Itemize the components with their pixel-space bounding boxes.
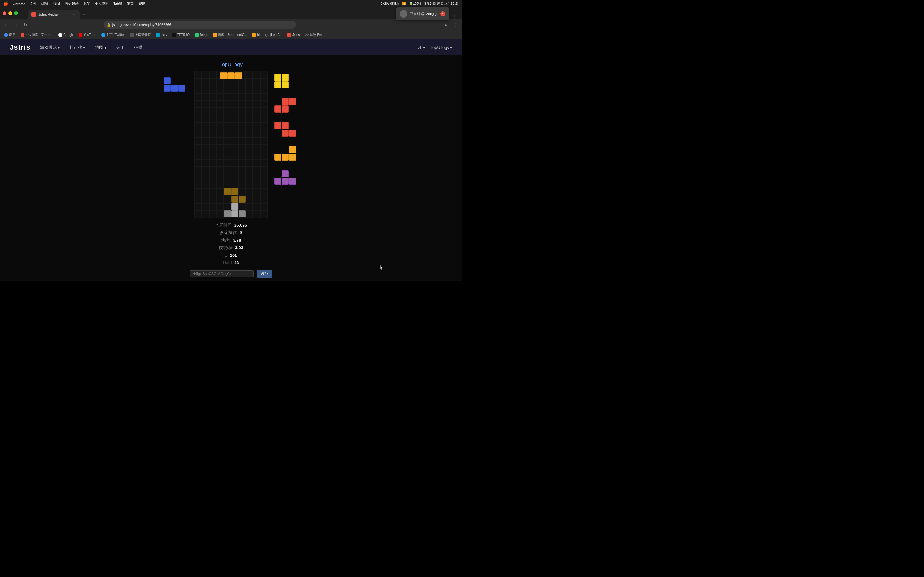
url-text: jstris.jezevec10.com/replay/51066566: [112, 23, 171, 27]
board-cell: [194, 108, 202, 115]
board-cell: [238, 79, 246, 86]
bookmark-twitter[interactable]: 主页 / Twitter: [100, 32, 126, 38]
chrome-menu-button[interactable]: ⋮: [452, 21, 459, 28]
queue-piece-5: [274, 170, 297, 186]
board-cell: [216, 108, 224, 115]
board-cell: [238, 122, 246, 130]
board-cell: [216, 203, 224, 211]
board-cell: [209, 101, 216, 108]
wifi-icon: 📶: [402, 2, 406, 5]
board-cell: [202, 211, 209, 218]
forward-button[interactable]: →: [12, 21, 19, 28]
board-cell: [246, 108, 253, 115]
board-cell: [260, 174, 268, 181]
nav-lang[interactable]: zh ▾: [418, 45, 426, 50]
bookmark-leetcode1[interactable]: 题库 - 力扣 (LeetC...: [212, 32, 248, 38]
menu-help[interactable]: 帮助: [139, 1, 145, 6]
menu-history[interactable]: 历史记录: [65, 1, 79, 6]
menu-edit[interactable]: 编辑: [41, 1, 48, 6]
nav-donate[interactable]: 捐赠: [134, 45, 142, 50]
read-button[interactable]: 读取: [257, 269, 272, 277]
board-cell: [231, 115, 238, 122]
menu-window[interactable]: 窗口: [127, 1, 134, 6]
tab-jstris-replay[interactable]: Jstris Replay ×: [28, 10, 79, 19]
stat-hold: Hold 23: [215, 259, 247, 266]
bookmark-pixiv[interactable]: pixiv: [154, 32, 169, 37]
board-cell: [194, 211, 202, 218]
jstris-logo[interactable]: Jstris: [10, 43, 31, 52]
board-cell: [224, 167, 231, 174]
bookmark-leetcode2[interactable]: 树 - 力扣 (LeetC...: [250, 32, 284, 38]
board-cell: [194, 167, 202, 174]
window-minimize-button[interactable]: [8, 11, 12, 15]
board-cell: [202, 86, 209, 93]
board-cell: [202, 108, 209, 115]
network-speed: 9KB/s 0KB/s: [381, 2, 399, 5]
board-cell: [202, 93, 209, 101]
notification-close-button[interactable]: ×: [440, 11, 445, 16]
board-cell: [216, 189, 224, 196]
stat-pieces-value: 101: [230, 251, 237, 259]
board-cell: [216, 167, 224, 174]
nav-user[interactable]: TopU1ogy ▾: [430, 45, 452, 50]
bookmark-jstris[interactable]: Jstris: [286, 32, 301, 37]
board-cell: [246, 101, 253, 108]
bookmark-apps[interactable]: 应用: [3, 32, 17, 38]
board-cell: [260, 115, 268, 122]
nav-game-modes[interactable]: 游戏模式 ▾: [40, 45, 60, 50]
board-cell: [216, 101, 224, 108]
game-row: // Render 200 cells for(let i=0;i<200;i+…: [162, 71, 300, 218]
board-cell: [246, 152, 253, 159]
queue-piece-1: [274, 74, 290, 90]
board-cell: [253, 130, 260, 137]
nav-maps[interactable]: 地图 ▾: [95, 45, 107, 50]
extensions-button[interactable]: ⚙: [443, 21, 450, 28]
menu-bookmarks[interactable]: 书签: [83, 1, 90, 6]
board-cell: [194, 196, 202, 203]
replay-code-input[interactable]: [190, 270, 254, 277]
board-cell: [260, 145, 268, 152]
tab-close-button[interactable]: ×: [72, 12, 76, 17]
nav-leaderboard[interactable]: 排行榜 ▾: [69, 45, 86, 50]
bookmark-tetrio[interactable]: TETR.IO: [171, 32, 191, 37]
board-cell: [202, 71, 209, 79]
board-cell: [231, 181, 238, 189]
leetcode1-bookmark-icon: [213, 33, 217, 37]
nav-about[interactable]: 关于: [116, 45, 124, 50]
menu-view[interactable]: 视图: [53, 1, 60, 6]
menu-profile[interactable]: 个人资料: [95, 1, 109, 6]
board-cell: [260, 122, 268, 130]
url-bar[interactable]: 🔒 jstris.jezevec10.com/replay/51066566: [103, 21, 296, 29]
bookmark-more[interactable]: >> 其他书签: [304, 32, 324, 38]
board-cell: [202, 167, 209, 174]
google-bookmark-icon: [58, 33, 62, 37]
board-cell: [209, 159, 216, 167]
menu-chrome[interactable]: Chrome: [13, 2, 25, 6]
board-cell: [224, 86, 231, 93]
bookmark-youtube[interactable]: YouTube: [77, 32, 97, 37]
menu-file[interactable]: 文件: [30, 1, 37, 6]
queue-area: [274, 71, 300, 186]
bookmark-blog[interactable]: 个人博客 - 又一个...: [19, 32, 55, 38]
bookmark-google-label: Google: [63, 33, 73, 37]
tab-bar-menu[interactable]: ⋮: [453, 14, 459, 19]
board-cell: [238, 101, 246, 108]
board-cell: [253, 71, 260, 79]
board-cell: [216, 181, 224, 189]
board-cell: [246, 181, 253, 189]
board-cell: [194, 181, 202, 189]
bookmark-more-label: >> 其他书签: [305, 33, 322, 37]
bookmark-tetrjs[interactable]: Tetr.js: [193, 32, 210, 37]
bookmark-google[interactable]: Google: [57, 32, 75, 37]
menu-tab[interactable]: Tab键: [113, 1, 123, 6]
window-close-button[interactable]: [3, 11, 6, 15]
board-cell: [224, 181, 231, 189]
back-button[interactable]: ←: [3, 21, 10, 28]
board-cell: [202, 101, 209, 108]
new-tab-button[interactable]: +: [79, 10, 89, 19]
apple-icon[interactable]: 🍎: [3, 1, 8, 6]
window-maximize-button[interactable]: [14, 11, 18, 15]
reload-button[interactable]: ↻: [22, 21, 29, 28]
datetime: 3月24日 周四 上午10:28: [425, 2, 459, 6]
bookmark-login[interactable]: 上网登录页: [128, 32, 152, 38]
